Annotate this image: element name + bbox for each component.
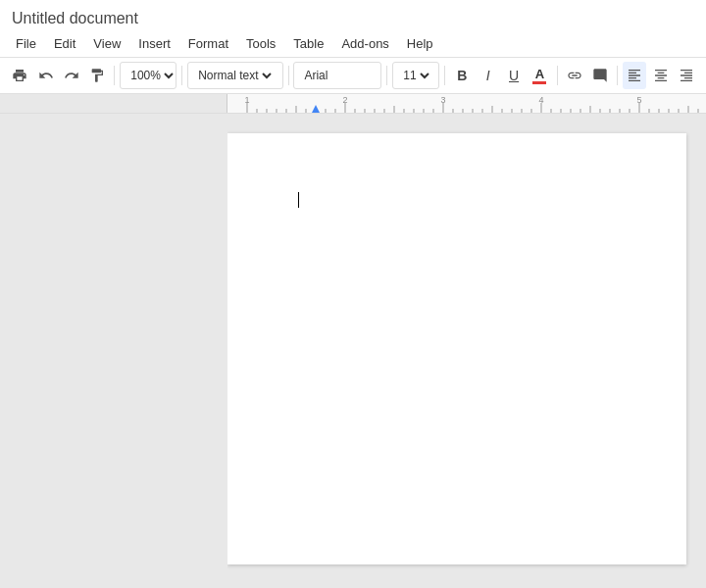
separator-6 (557, 66, 558, 85)
svg-text:3: 3 (440, 95, 445, 105)
font-color-button[interactable]: A (528, 62, 551, 89)
insert-comment-button[interactable] (588, 62, 612, 89)
page-area (227, 114, 706, 588)
main-area (0, 114, 706, 588)
size-select[interactable]: 8 9 10 11 12 14 18 24 36 (392, 62, 439, 89)
align-left-icon (627, 68, 642, 83)
separator-7 (617, 66, 618, 85)
menu-bar: File Edit View Insert Format Tools Table… (0, 30, 706, 58)
print-button[interactable] (8, 62, 31, 89)
print-icon (12, 68, 27, 83)
menu-view[interactable]: View (85, 32, 128, 55)
ruler-left-margin (0, 94, 227, 113)
redo-button[interactable] (60, 62, 83, 89)
menu-table[interactable]: Table (285, 32, 331, 55)
svg-text:1: 1 (244, 95, 249, 105)
text-cursor (298, 192, 299, 208)
document-title: Untitled document (12, 10, 138, 26)
font-color-indicator (532, 81, 546, 84)
separator-5 (444, 66, 445, 85)
align-left-button[interactable] (623, 62, 646, 89)
align-center-icon (653, 68, 669, 83)
menu-format[interactable]: Format (180, 32, 236, 55)
sidebar-panel (0, 114, 227, 588)
ruler: 12345 (0, 94, 706, 114)
svg-text:2: 2 (342, 95, 347, 105)
underline-button[interactable]: U (502, 62, 526, 89)
svg-text:5: 5 (636, 95, 641, 105)
paint-format-icon (89, 68, 105, 83)
align-right-button[interactable] (675, 62, 698, 89)
menu-insert[interactable]: Insert (130, 32, 178, 55)
link-icon (567, 68, 582, 83)
ruler-main: 12345 (227, 94, 706, 113)
menu-edit[interactable]: Edit (46, 32, 83, 55)
menu-tools[interactable]: Tools (238, 32, 283, 55)
svg-text:4: 4 (538, 95, 543, 105)
style-dropdown[interactable]: Normal text Title Subtitle Heading 1 Hea… (194, 68, 275, 83)
svg-marker-55 (312, 105, 320, 113)
zoom-dropdown[interactable]: 50% 75% 100% 125% 150% 200% (126, 68, 176, 83)
undo-icon (38, 68, 54, 83)
document-page[interactable] (227, 133, 686, 564)
link-button[interactable] (562, 62, 585, 89)
menu-addons[interactable]: Add-ons (333, 32, 396, 55)
ruler-svg: 12345 (227, 94, 706, 113)
toolbar: 50% 75% 100% 125% 150% 200% Normal text … (0, 58, 706, 94)
font-select[interactable]: Arial Times New Roman Courier New Georgi… (293, 62, 381, 89)
size-dropdown[interactable]: 8 9 10 11 12 14 18 24 36 (399, 68, 432, 83)
separator-4 (386, 66, 387, 85)
redo-icon (64, 68, 79, 83)
separator-3 (288, 66, 289, 85)
paint-format-button[interactable] (85, 62, 109, 89)
menu-file[interactable]: File (8, 32, 44, 55)
italic-button[interactable]: I (477, 62, 500, 89)
title-bar: Untitled document (0, 0, 706, 30)
zoom-select[interactable]: 50% 75% 100% 125% 150% 200% (120, 62, 176, 89)
bold-button[interactable]: B (450, 62, 474, 89)
separator-1 (114, 66, 115, 85)
separator-2 (181, 66, 182, 85)
style-select[interactable]: Normal text Title Subtitle Heading 1 Hea… (187, 62, 282, 89)
menu-help[interactable]: Help (399, 32, 441, 55)
align-center-button[interactable] (648, 62, 672, 89)
align-right-icon (679, 68, 694, 83)
undo-button[interactable] (33, 62, 57, 89)
comment-icon (592, 68, 608, 83)
